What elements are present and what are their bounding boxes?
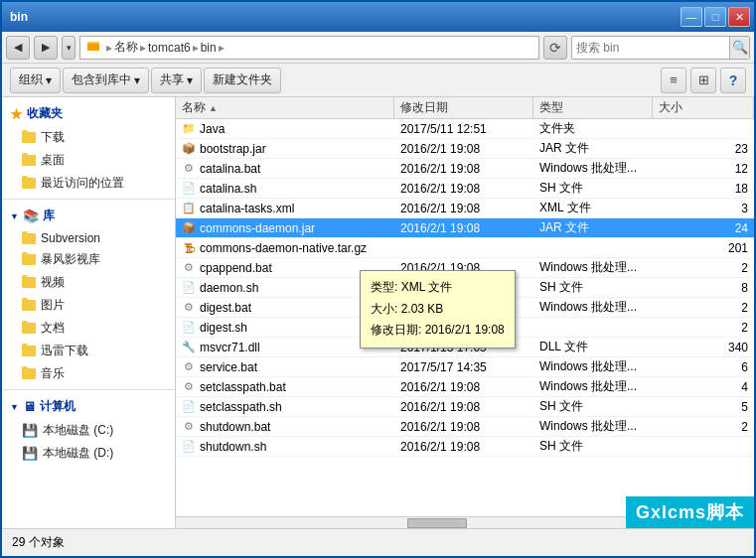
file-date-cell: 2016/2/1 19:08 xyxy=(394,162,533,176)
scroll-thumb[interactable] xyxy=(407,518,467,528)
sidebar-item-baofeng[interactable]: 暴风影视库 xyxy=(2,248,175,271)
share-arrow: ▾ xyxy=(187,73,193,87)
table-row[interactable]: ⚙ setclasspath.bat 2016/2/1 19:08 Window… xyxy=(176,377,754,397)
file-date-cell: 2016/2/1 19:08 xyxy=(394,400,533,414)
sidebar-item-download[interactable]: 下载 xyxy=(2,126,175,149)
download-folder-icon xyxy=(22,132,36,143)
new-folder-button[interactable]: 新建文件夹 xyxy=(204,68,281,93)
breadcrumb-tomcat[interactable]: tomcat6 xyxy=(148,41,191,55)
breadcrumb-sep4: ▸ xyxy=(219,41,225,55)
dropdown-button[interactable]: ▾ xyxy=(62,36,76,60)
close-button[interactable]: ✕ xyxy=(728,7,750,27)
explorer-window: bin — □ ✕ ◀ ▶ ▾ ▸ 名称 ▸ tomcat6 ▸ bin ▸ ⟳… xyxy=(0,0,756,558)
layout-button[interactable]: ⊞ xyxy=(690,68,716,93)
dll-icon: 🔧 xyxy=(182,341,196,354)
file-size-cell: 2 xyxy=(653,261,754,275)
sidebar-item-recent[interactable]: 最近访问的位置 xyxy=(2,172,175,195)
file-size-cell: 2 xyxy=(653,301,754,315)
maximize-button[interactable]: □ xyxy=(704,7,726,27)
tooltip-size: 大小: 2.03 KB xyxy=(371,299,505,321)
computer-icon: 🖥 xyxy=(23,399,36,414)
sidebar-favorites-section: ★ 收藏夹 下载 桌面 最近访问的位置 xyxy=(2,101,175,195)
file-type-cell: SH 文件 xyxy=(533,180,653,197)
video-folder-icon xyxy=(22,277,36,288)
sidebar-item-pictures[interactable]: 图片 xyxy=(2,294,175,317)
help-button[interactable]: ? xyxy=(720,68,746,93)
include-library-button[interactable]: 包含到库中 ▾ xyxy=(63,68,149,93)
sidebar-item-subversion-label: Subversion xyxy=(41,231,100,245)
col-header-size[interactable]: 大小 xyxy=(653,97,754,118)
table-row[interactable]: 📁 Java 2017/5/11 12:51 文件夹 xyxy=(176,119,754,139)
table-row[interactable]: 📋 catalina-tasks.xml 2016/2/1 19:08 XML … xyxy=(176,199,754,218)
file-size-cell: 3 xyxy=(653,202,754,215)
table-row[interactable]: 📄 setclasspath.sh 2016/2/1 19:08 SH 文件 5 xyxy=(176,397,754,417)
file-name: msvcr71.dll xyxy=(200,341,260,354)
table-row[interactable]: ⚙ service.bat 2017/5/17 14:35 Windows 批处… xyxy=(176,357,754,377)
sidebar-item-d-drive[interactable]: 💾 本地磁盘 (D:) xyxy=(2,442,175,465)
sidebar-item-c-drive[interactable]: 💾 本地磁盘 (C:) xyxy=(2,419,175,442)
sidebar-item-documents-label: 文档 xyxy=(41,320,65,337)
organize-arrow: ▾ xyxy=(46,73,52,87)
file-type-cell: Windows 批处理... xyxy=(533,418,653,435)
table-row[interactable]: 📄 shutdown.sh 2016/2/1 19:08 SH 文件 xyxy=(176,437,754,457)
breadcrumb-soft[interactable]: 名称 xyxy=(114,39,138,56)
sidebar-item-desktop[interactable]: 桌面 xyxy=(2,149,175,172)
sidebar-item-subversion[interactable]: Subversion xyxy=(2,228,175,248)
bat-icon: ⚙ xyxy=(182,261,196,275)
toolbar: 组织 ▾ 包含到库中 ▾ 共享 ▾ 新建文件夹 ≡ ⊞ ? xyxy=(2,64,754,97)
pictures-folder-icon xyxy=(22,300,36,311)
file-size-cell: 4 xyxy=(653,380,754,394)
file-name: daemon.sh xyxy=(200,281,258,295)
gz-icon: 🗜 xyxy=(182,241,196,255)
table-row[interactable]: ⚙ shutdown.bat 2016/2/1 19:08 Windows 批处… xyxy=(176,417,754,437)
file-size-cell: 24 xyxy=(653,221,754,235)
sidebar-item-music[interactable]: 音乐 xyxy=(2,362,175,385)
address-bar: ◀ ▶ ▾ ▸ 名称 ▸ tomcat6 ▸ bin ▸ ⟳ 🔍 xyxy=(2,32,754,64)
search-button[interactable]: 🔍 xyxy=(729,37,749,59)
file-name-cell: ⚙ shutdown.bat xyxy=(176,420,394,434)
bat-icon: ⚙ xyxy=(182,380,196,394)
d-drive-icon: 💾 xyxy=(22,446,38,461)
sidebar-item-documents[interactable]: 文档 xyxy=(2,317,175,340)
file-name-cell: 📁 Java xyxy=(176,122,394,136)
table-row[interactable]: ⚙ catalina.bat 2016/2/1 19:08 Windows 批处… xyxy=(176,159,754,179)
file-size-cell: 2 xyxy=(653,420,754,434)
col-date-label: 修改日期 xyxy=(400,99,448,116)
sidebar-item-video-label: 视频 xyxy=(41,274,65,291)
title-bar: bin — □ ✕ xyxy=(2,2,754,32)
table-row[interactable]: 📦 bootstrap.jar 2016/2/1 19:08 JAR 文件 23 xyxy=(176,139,754,159)
file-type-cell: Windows 批处理... xyxy=(533,358,653,375)
file-name: catalina.sh xyxy=(200,182,256,196)
file-date-cell: 2017/5/17 14:35 xyxy=(394,360,533,374)
search-box: 🔍 xyxy=(571,36,750,60)
refresh-button[interactable]: ⟳ xyxy=(543,36,567,60)
sort-arrow: ▲ xyxy=(209,103,218,113)
sidebar-computer-header[interactable]: ▼ 🖥 计算机 xyxy=(2,394,175,419)
share-button[interactable]: 共享 ▾ xyxy=(151,68,202,93)
bat-icon: ⚙ xyxy=(182,301,196,315)
file-name-cell: 📄 setclasspath.sh xyxy=(176,400,394,414)
col-header-name[interactable]: 名称 ▲ xyxy=(176,97,394,118)
sidebar-library-header[interactable]: ▼ 📚 库 xyxy=(2,204,175,228)
file-type-cell: JAR 文件 xyxy=(533,219,653,236)
col-type-label: 类型 xyxy=(539,99,563,116)
window-controls: — □ ✕ xyxy=(680,7,750,27)
organize-button[interactable]: 组织 ▾ xyxy=(10,68,61,93)
back-button[interactable]: ◀ xyxy=(6,36,30,60)
table-row[interactable]: 📦 commons-daemon.jar 2016/2/1 19:08 JAR … xyxy=(176,218,754,238)
table-row[interactable]: 🗜 commons-daemon-native.tar.gz 201 xyxy=(176,238,754,258)
sidebar-item-baofeng-label: 暴风影视库 xyxy=(41,251,100,268)
sidebar-item-music-label: 音乐 xyxy=(41,365,65,382)
minimize-button[interactable]: — xyxy=(680,7,702,27)
search-input[interactable] xyxy=(572,41,729,55)
sidebar-favorites-header[interactable]: ★ 收藏夹 xyxy=(2,101,175,126)
forward-button[interactable]: ▶ xyxy=(34,36,58,60)
sidebar-item-video[interactable]: 视频 xyxy=(2,271,175,294)
table-row[interactable]: 📄 catalina.sh 2016/2/1 19:08 SH 文件 18 xyxy=(176,179,754,199)
col-header-type[interactable]: 类型 xyxy=(533,97,653,118)
col-header-date[interactable]: 修改日期 xyxy=(394,97,533,118)
sidebar-item-xunlei[interactable]: 迅雷下载 xyxy=(2,340,175,362)
breadcrumb-bin[interactable]: bin xyxy=(201,41,217,55)
view-button[interactable]: ≡ xyxy=(661,68,686,93)
file-name-cell: 📋 catalina-tasks.xml xyxy=(176,202,394,215)
